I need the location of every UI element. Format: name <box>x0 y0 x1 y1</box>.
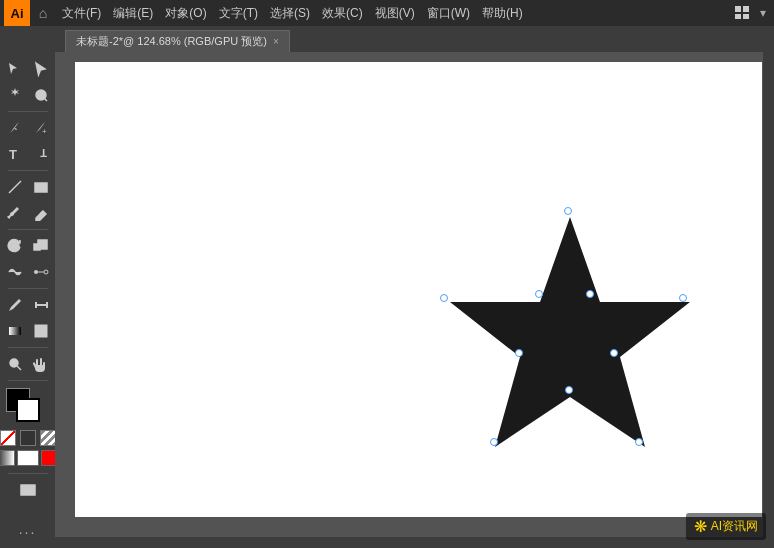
text-tool[interactable]: T <box>2 141 28 167</box>
hand-tool[interactable] <box>28 351 54 377</box>
star-shape-container[interactable] <box>435 202 705 472</box>
handle-bottom-right <box>635 438 643 446</box>
svg-line-9 <box>9 181 21 193</box>
help-menu[interactable]: 帮助(H) <box>476 0 529 26</box>
window-menu[interactable]: 窗口(W) <box>421 0 476 26</box>
extra-swatches <box>0 450 55 466</box>
more-tools[interactable]: ··· <box>19 524 37 544</box>
watermark-icon: ❋ <box>694 517 707 536</box>
color-area <box>0 384 55 470</box>
screen-mode-tool[interactable] <box>15 477 41 503</box>
fill-stroke-indicator[interactable] <box>6 388 50 426</box>
file-menu[interactable]: 文件(F) <box>56 0 107 26</box>
handle-bottom-inner <box>565 386 573 394</box>
tab-title: 未标题-2*@ 124.68% (RGB/GPU 预览) <box>76 34 267 49</box>
gradient-swatch[interactable] <box>0 450 15 466</box>
scale-tool[interactable] <box>28 233 54 259</box>
svg-rect-10 <box>35 183 47 192</box>
menu-bar: Ai ⌂ 文件(F) 编辑(E) 对象(O) 文字(T) 选择(S) 效果(C)… <box>0 0 774 26</box>
svg-text:T: T <box>9 147 17 162</box>
rotate-tool[interactable] <box>2 233 28 259</box>
view-menu[interactable]: 视图(V) <box>369 0 421 26</box>
pencil-tool[interactable] <box>28 200 54 226</box>
star-shape <box>435 202 705 472</box>
blend-tool[interactable] <box>28 259 54 285</box>
magic-wand-tool[interactable] <box>2 82 28 108</box>
handle-left-inner <box>515 349 523 357</box>
toolbar: + T T <box>0 52 55 548</box>
object-menu[interactable]: 对象(O) <box>159 0 212 26</box>
stroke-color[interactable] <box>16 398 40 422</box>
home-button[interactable]: ⌂ <box>30 0 56 26</box>
handle-top-right-inner <box>586 290 594 298</box>
handle-right <box>679 294 687 302</box>
zoom-tool[interactable] <box>2 351 28 377</box>
paintbrush-tool[interactable] <box>2 200 28 226</box>
select-tool[interactable] <box>2 56 28 82</box>
svg-marker-28 <box>450 217 690 447</box>
watermark: ❋ AI资讯网 <box>686 513 766 540</box>
artboard <box>75 62 774 517</box>
edit-menu[interactable]: 编辑(E) <box>107 0 159 26</box>
handle-bottom-left <box>490 438 498 446</box>
horizontal-scrollbar[interactable] <box>55 536 762 548</box>
workspace-grid-icon[interactable] <box>730 0 756 26</box>
arrange-dropdown[interactable]: ▾ <box>756 0 770 26</box>
svg-text:+: + <box>42 127 47 136</box>
text-menu[interactable]: 文字(T) <box>213 0 264 26</box>
handle-top <box>564 207 572 215</box>
line-tool[interactable] <box>2 174 28 200</box>
white-fill-swatch[interactable] <box>17 450 39 466</box>
eyedropper-tool[interactable] <box>2 292 28 318</box>
svg-rect-12 <box>38 240 47 249</box>
lasso-tool[interactable] <box>28 82 54 108</box>
vertical-scrollbar[interactable] <box>762 52 774 536</box>
red-swatch[interactable] <box>41 450 56 466</box>
handle-right-inner <box>610 349 618 357</box>
pen-tool[interactable] <box>2 115 28 141</box>
svg-rect-1 <box>743 6 749 12</box>
mini-color-swatches <box>0 430 55 446</box>
direct-select-tool[interactable] <box>28 56 54 82</box>
vertical-text-tool[interactable]: T <box>28 141 54 167</box>
effect-menu[interactable]: 效果(C) <box>316 0 369 26</box>
black-swatch[interactable] <box>20 430 36 446</box>
rect-tool[interactable] <box>28 174 54 200</box>
measure-tool[interactable] <box>28 292 54 318</box>
svg-point-14 <box>44 270 48 274</box>
mesh-tool[interactable] <box>28 318 54 344</box>
handle-left <box>440 294 448 302</box>
svg-rect-3 <box>743 14 749 19</box>
none-swatch[interactable] <box>0 430 16 446</box>
svg-rect-20 <box>35 325 47 337</box>
gradient-tool[interactable] <box>2 318 28 344</box>
main-area: + T T <box>0 52 774 548</box>
watermark-text: AI资讯网 <box>711 518 758 535</box>
svg-rect-2 <box>735 14 741 19</box>
tab-bar: 未标题-2*@ 124.68% (RGB/GPU 预览) × <box>0 26 774 52</box>
warp-tool[interactable] <box>2 259 28 285</box>
svg-line-5 <box>44 98 47 101</box>
canvas-area[interactable]: ❋ AI资讯网 <box>55 52 774 548</box>
svg-rect-27 <box>21 485 35 495</box>
white-swatch[interactable] <box>40 430 56 446</box>
svg-rect-18 <box>46 302 48 308</box>
svg-rect-0 <box>735 6 741 12</box>
svg-text:T: T <box>40 147 47 159</box>
add-anchor-tool[interactable]: + <box>28 115 54 141</box>
tab-close-button[interactable]: × <box>273 36 279 47</box>
svg-line-24 <box>17 366 21 370</box>
svg-rect-19 <box>9 327 21 335</box>
document-tab[interactable]: 未标题-2*@ 124.68% (RGB/GPU 预览) × <box>65 30 290 52</box>
svg-rect-17 <box>35 302 37 308</box>
handle-top-left-inner <box>535 290 543 298</box>
ai-logo: Ai <box>4 0 30 26</box>
select-menu[interactable]: 选择(S) <box>264 0 316 26</box>
svg-point-13 <box>34 270 38 274</box>
